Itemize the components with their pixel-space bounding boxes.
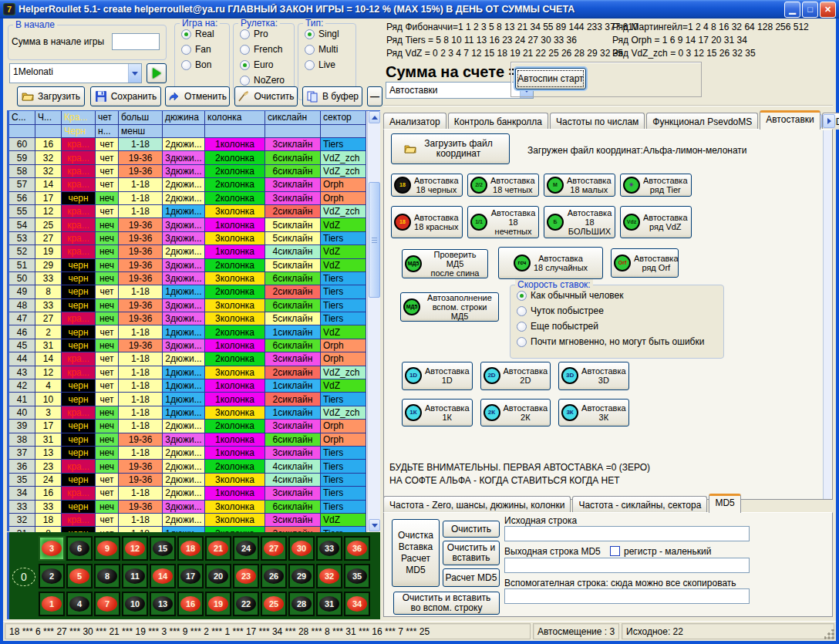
- table-row[interactable]: 5714кра...чет1-182дюжи...2колонка3сиклай…: [9, 178, 380, 191]
- table-row[interactable]: 5219кра...неч19-362дюжи...1колонка4сикла…: [9, 245, 380, 258]
- table-row[interactable]: 4414кра...чет1-182дюжи...2колонка3сиклай…: [9, 352, 380, 366]
- roulette-zero-cell[interactable]: 0: [11, 564, 37, 590]
- radio-option-multi[interactable]: Multi: [305, 44, 355, 55]
- roulette-cell-11[interactable]: 11: [122, 564, 148, 588]
- column-header[interactable]: С...: [9, 111, 35, 125]
- column-header[interactable]: Кра...: [62, 111, 96, 125]
- speed-option[interactable]: Чуток побыстрее: [517, 305, 723, 316]
- table-row[interactable]: 4727кра...неч19-363дюжи...3колонка5сикла…: [9, 312, 380, 325]
- autobet-button-18-малых[interactable]: MАвтоставка18 малых: [544, 174, 615, 197]
- speed-option[interactable]: Как обычный человек: [517, 290, 723, 301]
- radio-option-pro[interactable]: Pro: [240, 29, 294, 39]
- roulette-cell-29[interactable]: 29: [288, 564, 315, 588]
- tab-автоставки[interactable]: Автоставки: [760, 110, 820, 130]
- roulette-cell-34[interactable]: 34: [344, 592, 370, 616]
- roulette-cell-7[interactable]: 7: [94, 592, 120, 616]
- start-sum-input[interactable]: [112, 33, 160, 50]
- undo-button[interactable]: Отменить: [165, 86, 230, 106]
- roulette-cell-14[interactable]: 14: [150, 564, 176, 588]
- column-header[interactable]: Ч...: [35, 111, 62, 125]
- roulette-cell-5[interactable]: 5: [66, 564, 93, 588]
- output-string-input[interactable]: [504, 558, 750, 573]
- roulette-cell-33[interactable]: 33: [316, 536, 342, 561]
- speed-option[interactable]: Еще побыстрей: [517, 321, 723, 332]
- register-checkbox[interactable]: [610, 546, 620, 556]
- table-row[interactable]: 3333черннеч19-363дюжи...3колонка6сиклайн…: [9, 501, 380, 514]
- table-row[interactable]: 462чернчет1-181дюжи...2колонка1сиклайнVd…: [9, 325, 380, 339]
- md5-clear-button[interactable]: Очистить: [443, 521, 500, 538]
- column-header[interactable]: колонка: [205, 111, 265, 125]
- profile-combo[interactable]: 1Melonati: [9, 63, 142, 83]
- table-row[interactable]: 3713черннеч1-182дюжи...1колонка3сиклайнT…: [9, 447, 380, 460]
- roulette-cell-26[interactable]: 26: [261, 564, 287, 588]
- table-row[interactable]: 5512кра...чет1-181дюжи...3колонка2сиклай…: [9, 205, 380, 218]
- autofill-md5-button[interactable]: МД5 Автозаполнениевспом. строки МД5: [400, 292, 499, 322]
- autobet-button-ряд-tier[interactable]: ✳Автоставкаряд Tier: [620, 174, 692, 197]
- md5-calc-button[interactable]: Расчет MD5: [443, 568, 500, 587]
- roulette-cell-18[interactable]: 18: [177, 536, 204, 561]
- load-coords-button[interactable]: Загрузить файл координат: [391, 133, 510, 164]
- table-row[interactable]: 5617черннеч1-182дюжи...2колонка3сиклайнO…: [9, 192, 380, 205]
- roulette-cell-16[interactable]: 16: [177, 592, 204, 616]
- radio-option-bon[interactable]: Bon: [181, 59, 229, 70]
- maximize-button[interactable]: □: [802, 2, 818, 18]
- autobet-button-18-нечетных[interactable]: 1/1Автоставка18 нечетных: [467, 206, 539, 238]
- table-row[interactable]: 424чернчет1-181дюжи...1колонка1сиклайнVd…: [9, 379, 380, 393]
- source-string-input[interactable]: [504, 526, 750, 541]
- autobet-button-3к[interactable]: 3КАвтоставка3К: [558, 399, 629, 427]
- table-row[interactable]: 403кра...неч1-181дюжи...3колонка1сиклайн…: [9, 406, 380, 420]
- minimize-button[interactable]: ▁: [784, 2, 800, 18]
- table-row[interactable]: 4312кра...чет1-181дюжи...3колонка2сиклай…: [9, 366, 380, 379]
- column-header[interactable]: чет: [96, 111, 119, 125]
- save-button[interactable]: Сохранить: [90, 86, 161, 106]
- aux-string-input[interactable]: [504, 588, 750, 604]
- md5-big-button[interactable]: ОчисткаВставкаРасчет MD5: [392, 519, 440, 587]
- roulette-cell-15[interactable]: 15: [150, 536, 176, 561]
- md5-clear-paste-button[interactable]: Очистить ивставить: [443, 541, 500, 565]
- autobet-button-1d[interactable]: 1DАвтоставка1D: [402, 362, 473, 390]
- radio-option-french[interactable]: French: [240, 44, 294, 55]
- roulette-cell-19[interactable]: 19: [205, 592, 231, 616]
- combo-arrow-icon[interactable]: [128, 64, 141, 83]
- roulette-cell-13[interactable]: 13: [150, 592, 176, 616]
- column-header[interactable]: больш: [119, 111, 163, 125]
- copy-buffer-button[interactable]: В буфер: [302, 86, 362, 106]
- table-row[interactable]: 5832кра...чет19-363дюжи...2колонка6сикла…: [9, 165, 380, 178]
- resize-grip[interactable]: [824, 629, 835, 640]
- speed-option[interactable]: Почти мгновенно, но могут быть ошибки: [517, 336, 723, 347]
- roulette-cell-31[interactable]: 31: [316, 592, 342, 616]
- autobet-button-18-красных[interactable]: 18Автоставка18 красных: [391, 206, 463, 238]
- radio-option-euro[interactable]: Euro: [240, 59, 294, 70]
- table-row[interactable]: 3416кра...чет1-182дюжи...1колонка3сиклай…: [9, 487, 380, 500]
- column-header[interactable]: дюжина: [163, 111, 205, 125]
- roulette-cell-1[interactable]: 1: [39, 592, 65, 616]
- roulette-cell-20[interactable]: 20: [205, 564, 231, 588]
- table-row[interactable]: 5425кра...неч19-363дюжи...1колонка5сикла…: [9, 218, 380, 231]
- autobet-button-3d[interactable]: 3DАвтоставка3D: [558, 362, 629, 390]
- radio-option-singl[interactable]: Singl: [305, 29, 355, 39]
- minimize-table-button[interactable]: —: [367, 86, 382, 106]
- tab-функционал-psevdoms[interactable]: Функционал PsevdoMS: [646, 113, 758, 130]
- scroll-down-icon[interactable]: [369, 519, 380, 531]
- tab-анализатор[interactable]: Анализатор: [383, 113, 446, 130]
- roulette-cell-25[interactable]: 25: [261, 592, 287, 616]
- table-row[interactable]: 6016кра...чет1-182дюжи...1колонка3сиклай…: [9, 138, 380, 151]
- roulette-cell-24[interactable]: 24: [233, 536, 259, 561]
- autobet-button-18-четных[interactable]: 2/2Автоставка18 четных: [467, 174, 539, 197]
- autobet-button-ряд-vdz[interactable]: VdzАвтоставкаряд VdZ: [620, 206, 692, 238]
- clear-button[interactable]: Очистить: [234, 86, 298, 106]
- table-row[interactable]: 4110чернчет1-181дюжи...1колонка2сиклайнT…: [9, 393, 380, 406]
- load-button[interactable]: Загрузить: [17, 86, 85, 106]
- check-md5-button[interactable]: МД5 Проверить МД5после спина: [402, 249, 488, 278]
- freq-tab[interactable]: Частота - Zero, шансы, дюжины, колонки: [383, 496, 571, 513]
- table-row[interactable]: 3917черннеч1-182дюжи...2колонка3сиклайнO…: [9, 420, 380, 433]
- scroll-thumb[interactable]: [369, 182, 380, 298]
- random-18-button[interactable]: гсч Автоставка18 случайных: [498, 247, 603, 279]
- freq-tab[interactable]: MD5: [709, 494, 740, 513]
- roulette-cell-6[interactable]: 6: [66, 536, 93, 561]
- close-button[interactable]: ✕: [820, 2, 836, 18]
- roulette-cell-21[interactable]: 21: [205, 536, 231, 561]
- radio-option-real[interactable]: Real: [181, 29, 229, 39]
- table-row[interactable]: 5327кра...неч19-363дюжи...3колонка5сикла…: [9, 232, 380, 245]
- column-header[interactable]: сектор: [321, 111, 366, 125]
